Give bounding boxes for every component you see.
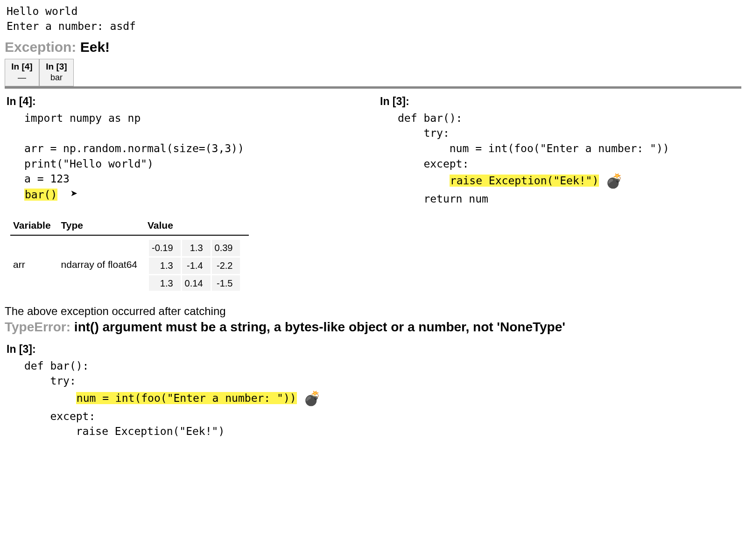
matrix-cell: -2.2 [211,257,241,274]
matrix-cell: -1.5 [211,274,241,291]
code-line: try: [398,126,739,141]
var-name: arr [10,235,58,294]
cell-prompt: In [4]: [7,95,366,108]
code-line: except: [24,409,739,424]
col-variable: Variable [10,217,58,235]
chained-exception-note: The above exception occurred after catch… [0,294,746,318]
code-line: except: [398,156,739,172]
output-line: Hello world [7,4,739,19]
matrix-cell: 1.3 [148,257,182,274]
code-block: import numpy as np arr = np.random.norma… [7,111,366,204]
table-row: arr ndarray of float64 -0.19 1.3 0.39 [10,235,249,294]
cell-prompt: In [3]: [380,95,739,108]
tab-prompt: In [4] [9,61,35,72]
matrix-cell: 1.3 [181,239,211,257]
code-line-current: bar() ➤ [24,187,366,204]
tab-prompt: In [3] [43,61,70,72]
code-line: num = int(foo("Enter a number: ")) [398,141,739,156]
code-line: return num [398,191,739,207]
output-line: Enter a number: asdf [7,19,739,34]
frame-tab-in3[interactable]: In [3] bar [39,59,74,86]
exception-message: Eek! [80,39,110,55]
matrix-cell: -0.19 [148,239,182,257]
exception-header-2: TypeError: int() argument must be a stri… [0,318,746,339]
bomb-icon: 💣 [605,171,623,191]
code-block: def bar(): try: num = int(foo("Enter a n… [380,111,739,207]
code-line-current: raise Exception("Eek!")💣 [398,171,739,191]
exception-type: TypeError: [5,320,70,334]
tab-sub: — [9,72,35,83]
code-line: print("Hello world") [24,156,366,172]
left-frame-pane: In [4]: import numpy as np arr = np.rand… [7,95,366,294]
code-block: def bar(): try: num = int(foo("Enter a n… [7,358,739,439]
code-line: arr = np.random.normal(size=(3,3)) [24,141,366,156]
var-value: -0.19 1.3 0.39 1.3 -1.4 -2.2 [145,235,249,294]
code-line: a = 123 [24,171,366,187]
code-line: import numpy as np [24,111,366,126]
exception-header: Exception: Eek! [0,34,746,59]
code-line-current: num = int(foo("Enter a number: "))💣 [24,389,739,409]
matrix-cell: 0.14 [181,274,211,291]
col-value: Value [145,217,249,235]
matrix-cell: 0.39 [211,239,241,257]
highlighted-code: num = int(foo("Enter a number: ")) [76,392,297,404]
code-line: raise Exception("Eek!") [24,424,739,439]
code-line: def bar(): [398,111,739,126]
exception-type: Exception: [5,39,76,55]
code-line: def bar(): [24,358,739,374]
highlighted-code: bar() [24,189,57,201]
var-type: ndarray of float64 [58,235,145,294]
matrix-cell: 1.3 [148,274,182,291]
matrix-value: -0.19 1.3 0.39 1.3 -1.4 -2.2 [148,238,241,291]
col-type: Type [58,217,145,235]
code-line: try: [24,373,739,389]
code-line [24,126,366,141]
exception-message: int() argument must be a string, a bytes… [74,320,565,334]
divider [5,86,741,89]
arrow-icon: ➤ [70,185,78,203]
tab-sub: bar [43,72,70,83]
stdout-output: Hello world Enter a number: asdf [0,0,746,34]
right-frame-pane: In [3]: def bar(): try: num = int(foo("E… [380,95,739,294]
bomb-icon: 💣 [303,389,321,409]
cell-prompt: In [3]: [7,343,739,356]
frame-tabs: In [4] — In [3] bar [0,59,746,86]
matrix-cell: -1.4 [181,257,211,274]
variables-table: Variable Type Value arr ndarray of float… [10,217,249,294]
frame-tab-in4[interactable]: In [4] — [5,59,39,86]
lower-frame-pane: In [3]: def bar(): try: num = int(foo("E… [0,339,746,443]
highlighted-code: raise Exception("Eek!") [450,175,599,187]
